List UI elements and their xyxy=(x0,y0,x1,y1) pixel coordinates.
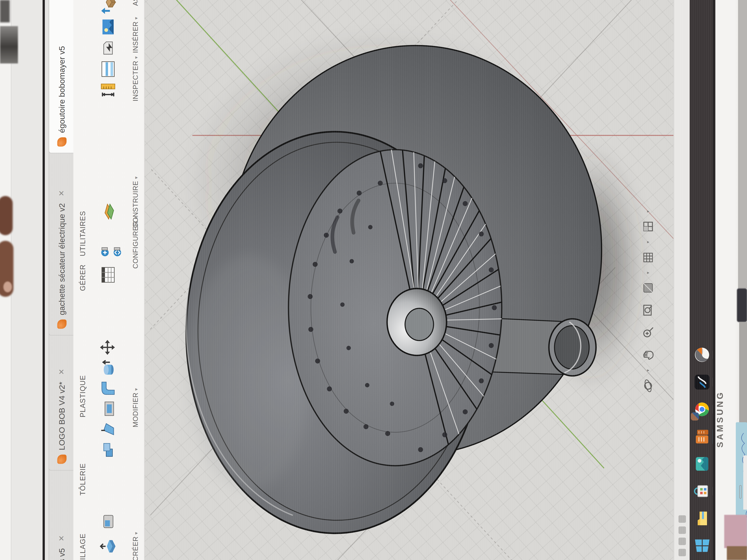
ribbon-icons xyxy=(92,0,129,560)
samsung-logo: SAMSUNG xyxy=(715,371,731,468)
chrome-icon[interactable] xyxy=(693,400,711,419)
move-icon[interactable] xyxy=(98,338,118,357)
ribbon-group-labels: CRÉER▾ MODIFIER▾ CONFIGURER▾ CONSTRUIRE▾… xyxy=(129,0,145,560)
configuration-table-icon[interactable] xyxy=(98,265,118,285)
fusion-doc-icon xyxy=(57,137,66,146)
tab-label: égoutoire bobomayer v5 xyxy=(57,46,66,133)
ribbon-tab-utilitaires[interactable]: UTILITAIRES xyxy=(73,211,92,256)
derive-icon[interactable] xyxy=(98,38,118,58)
chevron-down-icon: ▾ xyxy=(133,17,139,20)
tab-gachette[interactable]: gachette sécateur électrique v2 ✕ xyxy=(49,143,74,336)
display-settings-icon[interactable] xyxy=(640,280,656,296)
timeline-play-icon[interactable] xyxy=(678,526,686,534)
construct-plane-icon[interactable] xyxy=(98,202,118,221)
chevron-down-icon: ▾ xyxy=(133,56,139,59)
background-shelf xyxy=(0,26,18,63)
viewport-canvas[interactable]: 100 xyxy=(145,0,674,560)
document-tab-bar: es miches v5 ✕ LOGO BOB V4 v2* ✕ gachett… xyxy=(45,0,74,560)
timeline-end-icon[interactable] xyxy=(678,515,686,523)
desk-pink-mat xyxy=(724,515,747,548)
tab-egoutoire[interactable]: égoutoire bobomayer v5 xyxy=(49,0,74,154)
draft-icon[interactable] xyxy=(98,419,118,439)
fusion-doc-icon xyxy=(57,319,66,329)
close-icon[interactable]: ✕ xyxy=(57,535,66,541)
grid-settings-icon[interactable] xyxy=(640,249,656,265)
finger xyxy=(0,196,13,235)
desk-wood xyxy=(727,546,747,560)
orbit-icon[interactable] xyxy=(640,378,656,394)
ribbon-tab-plastique[interactable]: PLASTIQUE xyxy=(73,375,92,418)
chevron-down-icon: ▾ xyxy=(133,388,139,391)
zoom-icon[interactable] xyxy=(640,325,656,341)
close-icon[interactable]: ✕ xyxy=(57,190,66,196)
fusion-doc-icon xyxy=(57,455,66,464)
viewports-icon[interactable] xyxy=(640,219,656,235)
combine-icon[interactable] xyxy=(98,440,118,459)
fusion-round-icon[interactable] xyxy=(693,346,711,364)
tab-label: gachette sécateur électrique v2 xyxy=(57,203,66,315)
ribbon-tab-gerer[interactable]: GÉRER xyxy=(73,264,92,291)
photo-of-monitor: { "bezel": { "brand": "SAMSUNG" }, "ui":… xyxy=(0,0,747,560)
timeline-back-icon[interactable] xyxy=(678,538,686,545)
timeline-begin-icon[interactable] xyxy=(678,549,686,556)
fusion-dark-icon[interactable] xyxy=(693,373,711,392)
chevron-down-icon[interactable]: ▾ xyxy=(646,241,651,243)
desk-white-mesh xyxy=(743,455,747,510)
fillet-icon[interactable] xyxy=(98,378,118,398)
chevron-down-icon[interactable]: ▾ xyxy=(646,272,651,274)
create-extrude-icon[interactable] xyxy=(98,536,118,556)
close-icon[interactable]: ✕ xyxy=(57,369,66,375)
tab-logo-bob[interactable]: LOGO BOB V4 v2* ✕ xyxy=(49,326,74,471)
tab-es-miches[interactable]: es miches v5 ✕ xyxy=(49,461,74,560)
config-insert-icon[interactable] xyxy=(99,246,110,258)
background-object xyxy=(0,0,10,22)
slicer-orange-icon[interactable] xyxy=(693,427,711,446)
chevron-down-icon: ▾ xyxy=(133,532,139,534)
fingernail xyxy=(3,282,12,292)
group-creer[interactable]: CRÉER▾ xyxy=(129,532,143,560)
chevron-down-icon[interactable]: ▾ xyxy=(646,210,651,213)
windows-taskbar xyxy=(690,0,715,560)
background-wall xyxy=(739,322,747,424)
viewport-drawing xyxy=(145,0,674,560)
start-icon[interactable] xyxy=(693,536,711,555)
navigation-bar: ▾ ▾ ▾ ▾ xyxy=(638,210,659,394)
ribbon-tab-maillage[interactable]: MAILLAGE xyxy=(73,533,92,560)
ribbon-tab-row: MAILLAGE TÔLERIE PLASTIQUE GÉRER UTILITA… xyxy=(73,0,92,560)
measure-icon[interactable] xyxy=(98,80,118,100)
group-construire[interactable]: CONSTRUIRE▾ xyxy=(129,176,143,228)
fit-icon[interactable] xyxy=(640,302,656,318)
insert-mesh-icon[interactable] xyxy=(98,0,118,16)
inspect-table-icon[interactable] xyxy=(98,59,118,79)
store-icon[interactable] xyxy=(693,482,711,501)
insert-image-icon[interactable] xyxy=(98,17,118,37)
group-modifier[interactable]: MODIFIER▾ xyxy=(129,388,143,427)
screen-content: es miches v5 ✕ LOGO BOB V4 v2* ✕ gachett… xyxy=(45,0,715,560)
background-dark-object xyxy=(737,288,747,322)
tab-label: es miches v5 xyxy=(57,548,66,560)
file-explorer-icon[interactable] xyxy=(693,509,711,528)
chrome-profile-avatar xyxy=(691,412,699,420)
group-assembler[interactable]: ASSEMBLER▾ xyxy=(129,0,143,6)
photos-icon[interactable] xyxy=(693,455,711,473)
group-inspecter[interactable]: INSPECTER▾ xyxy=(129,56,143,101)
config-update-icon[interactable] xyxy=(112,246,123,258)
timeline-bar xyxy=(673,0,690,560)
chevron-down-icon: ▾ xyxy=(133,176,139,179)
pan-icon[interactable] xyxy=(640,347,656,363)
paperclip xyxy=(740,485,741,499)
ribbon-tab-tolerie[interactable]: TÔLERIE xyxy=(73,463,92,496)
chevron-down-icon[interactable]: ▾ xyxy=(646,369,651,372)
shell-icon[interactable] xyxy=(98,399,118,419)
tab-label: LOGO BOB V4 v2* xyxy=(57,382,66,450)
background-wall xyxy=(738,0,747,288)
create-prism-icon[interactable] xyxy=(98,512,118,531)
press-pull-icon[interactable] xyxy=(98,358,118,378)
group-inserer[interactable]: INSÉRER▾ xyxy=(129,17,143,53)
